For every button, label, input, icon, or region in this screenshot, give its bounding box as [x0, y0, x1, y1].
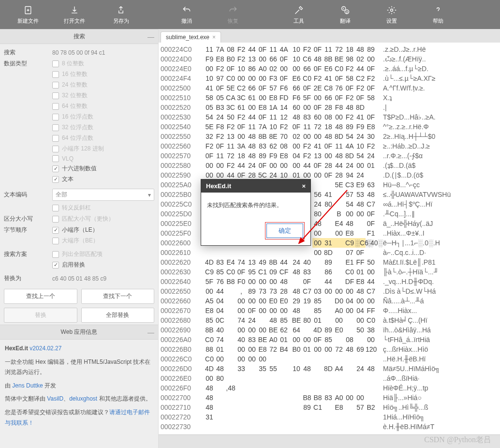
hex-row[interactable]: 0002255032F21300488B8E70 020000488D54243…	[161, 132, 498, 141]
svg-point-5	[391, 9, 393, 11]
datatype-list: 8 位整数16 位整数24 位整数32 位整数64 位整数16 位浮点数32 位…	[52, 60, 154, 186]
hex-row[interactable]: 000225900000440F285C2410 0100000F289424 …	[161, 170, 498, 180]
find-next-btn[interactable]: 查找下一个	[81, 289, 155, 304]
section-title: 搜索	[74, 32, 85, 41]
escape-checkbox[interactable]: 转义反斜杠	[52, 204, 154, 212]
toolbar-label: 帮助	[433, 17, 443, 25]
hex-row[interactable]: 000225105805CA3C6100E8FD F65F00660FF20F5…	[161, 93, 498, 103]
case-checkbox[interactable]: 匹配大小写（更快）	[52, 215, 154, 223]
tools-btn[interactable]: 工具	[276, 0, 322, 29]
download-icon	[69, 5, 80, 15]
checkbox-option[interactable]: 16 位整数	[52, 70, 154, 78]
checkbox-option[interactable]: 大端序（BE）	[52, 237, 154, 245]
hex-row[interactable]: 000225405EF8F20F117A10F2 0F1172184889F9E…	[161, 122, 498, 132]
hex-row[interactable]: 000225700F1172184889F9E8 04F21300488D542…	[161, 151, 498, 161]
scheme-list: 列出全部匹配项启用替换	[52, 250, 154, 271]
hex-row[interactable]: 000226B08801 0000E872B4 B001000072486912…	[161, 344, 498, 354]
hex-row[interactable]: 000224F41097C0000000F30F E6C0F2410F58C2F…	[161, 74, 498, 83]
hex-row[interactable]: 000225800000F244240F0000 00440F284424000…	[161, 161, 498, 170]
checkbox-option[interactable]: 32 位整数	[52, 91, 154, 100]
translator-link[interactable]: VasilD	[47, 395, 63, 402]
translate-btn[interactable]: Aあ 翻译	[322, 0, 368, 29]
toolbar-label: 恢复	[228, 17, 238, 25]
settings-btn[interactable]: 设置	[368, 0, 415, 29]
checkbox-option[interactable]: 文本	[52, 175, 154, 183]
checkbox-option[interactable]: 64 位浮点数	[52, 134, 154, 142]
hex-row[interactable]: 000226908B40 000000BE62 64 4D89E0 5038ïh…	[161, 325, 498, 335]
hex-row[interactable]: 000226A0C074 4083BEA001 00000F85 08 00└t…	[161, 335, 498, 344]
search-value[interactable]: 80 78 05 00 0f 94 c1	[52, 49, 154, 56]
svg-text:あ: あ	[346, 10, 349, 14]
hex-row[interactable]: 000226C0C000 000000 ..Hë.H.╫ëB.Hï	[161, 354, 498, 364]
hex-row[interactable]: 00022610 008D 070F à⌐..Cq.c..i...D·	[161, 248, 498, 257]
field-label: 替换为	[4, 274, 52, 283]
hex-row[interactable]: 00022660A504 000000E0E0 291985 D0040000Ñ…	[161, 296, 498, 306]
hex-row[interactable]: 000224D0F9E8B0F21300660F 10C6488BBE98020…	[161, 54, 498, 64]
checkbox-option[interactable]: VLQ	[52, 155, 154, 162]
hex-row[interactable]: 00022630C985C00F95C109CF 4883 86 C00100╟…	[161, 267, 498, 277]
hex-row[interactable]: 00022680850C 7424 4885 BE8001 00 00C0à.t…	[161, 315, 498, 325]
hex-row[interactable]: 0002272031 1Hiá...HïHìö╗	[161, 412, 498, 422]
hex-row[interactable]: 000226500044 ,89737328 48C70300000048C7.…	[161, 286, 498, 296]
question-icon	[433, 5, 443, 15]
hex-row[interactable]: 000226F048 ,48 HϊèΦÉ..H;ÿ...tp	[161, 383, 498, 393]
open-file-btn[interactable]: 打开文件	[51, 0, 98, 29]
section-title: Web 应用信息	[61, 328, 98, 336]
file-plus-icon	[23, 5, 33, 15]
field-label: 文本编码	[4, 191, 52, 199]
collapse-icon[interactable]: —	[147, 329, 154, 336]
replace-all-btn[interactable]: 全部替换	[81, 308, 155, 323]
checkbox-option[interactable]: 32 位浮点数	[52, 123, 154, 132]
hex-row[interactable]: 00022670E804 000F000000 48 85 A00004FFΦ.…	[161, 306, 498, 315]
ok-button[interactable]: 确定	[266, 224, 303, 238]
hex-row[interactable]: 00022530542450F2440F1112 4883600800F2410…	[161, 112, 498, 122]
wrench-icon	[294, 5, 304, 15]
svg-text:A: A	[342, 7, 344, 10]
find-prev-btn[interactable]: 查找上一个	[4, 289, 77, 304]
checkbox-option[interactable]: 16 位浮点数	[52, 113, 154, 121]
checkbox-option[interactable]: 8 位整数	[52, 60, 154, 68]
help-btn[interactable]: 帮助	[415, 0, 461, 29]
hex-row[interactable]: 00022560F20F113A48836208 00F2410F114A10F…	[161, 141, 498, 151]
hex-row[interactable]: 000226D04D48 33 3555 1048 8DA4 2448Mä≠5U…	[161, 364, 498, 373]
checkbox-option[interactable]: 24 位整数	[52, 81, 154, 89]
web-info-panel: HexEd.it v2024.02.27 一款全功能 Hex 编辑器，使用 HT…	[0, 340, 158, 432]
version-link[interactable]: v2024.02.27	[29, 345, 61, 352]
tab-bar: sublime_text.exe ×	[159, 29, 500, 43]
save-as-btn[interactable]: 另存为	[98, 0, 144, 29]
field-label: 搜索	[4, 48, 52, 57]
hex-row[interactable]: 00022730 è.H.╫ëB.HïMá≠T	[161, 422, 498, 432]
hex-row[interactable]: 000226405F76B8F000000048 0F 44 DFE844._v…	[161, 277, 498, 286]
hex-row[interactable]: 0002270048 B8B883A00000 Hiä╟...»Hiá○	[161, 393, 498, 403]
checkbox-option[interactable]: 列出全部匹配项	[52, 250, 154, 258]
redo-btn: 恢复	[210, 0, 256, 29]
hex-row[interactable]: 000224C0117A08F2440F114A 10F20F117218488…	[161, 45, 498, 54]
hex-row[interactable]: 0002252005B33C6100E81A14 60000F28F8488D …	[161, 103, 498, 112]
search-section-head[interactable]: 搜索 —	[0, 29, 158, 44]
hex-row[interactable]: 00022500410F5EC2660F57F6 660F2EC8760FF20…	[161, 83, 498, 93]
replace-value[interactable]: c6 40 05 01 48 85 c9	[52, 275, 154, 282]
close-icon[interactable]: ×	[302, 182, 306, 190]
checkbox-option[interactable]: 小端序（LE）	[52, 226, 154, 234]
hex-row[interactable]: 000226204D83E47413498B44 2440 89 E1FF50M…	[161, 257, 498, 267]
gear-icon	[386, 5, 397, 15]
hex-row[interactable]: 0002271048 89C1 E8 57B2Hìö╗..Hì╚╬...ß	[161, 403, 498, 412]
replace-btn: 替换	[4, 308, 77, 323]
hex-row[interactable]: 000224E000F20F1086A00200 00660FE6C0F2440…	[161, 64, 498, 74]
translator-link[interactable]: deluxghost	[69, 395, 97, 402]
close-icon[interactable]: ×	[212, 34, 216, 41]
author-link[interactable]: Jens Duttke	[12, 382, 43, 389]
sidebar: 搜索 — 搜索80 78 05 00 0f 94 c1 数据类型 8 位整数16…	[0, 29, 159, 448]
encoding-select[interactable]: 全部▾	[52, 189, 154, 201]
undo-btn[interactable]: 撤消	[163, 0, 210, 29]
checkbox-option[interactable]: 启用替换	[52, 261, 154, 269]
checkbox-option[interactable]: 64 位整数	[52, 102, 154, 110]
new-file-btn[interactable]: 新建文件	[5, 0, 51, 29]
checkbox-option[interactable]: 十六进制数值	[52, 164, 154, 173]
webinfo-section-head[interactable]: Web 应用信息 —	[0, 325, 158, 340]
file-tab[interactable]: sublime_text.exe ×	[161, 31, 221, 43]
field-label: 区分大小写	[4, 215, 52, 223]
collapse-icon[interactable]: —	[147, 33, 154, 41]
hex-row[interactable]: 000226E00080 ..áΦ...ßïHiä·	[161, 373, 498, 383]
checkbox-option[interactable]: 小端序 128 进制	[52, 145, 154, 153]
